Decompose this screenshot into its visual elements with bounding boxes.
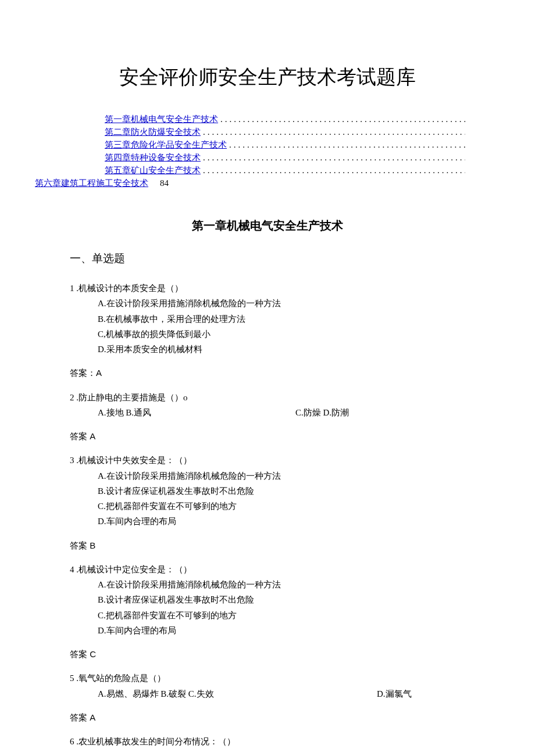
question-5: 5 .氧气站的危险点是（） A.易燃、易爆炸 B.破裂 C.失效 D.漏氯气 答… xyxy=(70,671,465,725)
section-heading: 一、单选题 xyxy=(70,251,465,266)
question-option: D.车间内合理的布局 xyxy=(70,514,465,529)
question-6: 6 .农业机械事故发生的时间分布情况：（） xyxy=(70,734,465,749)
question-stem: 2 .防止静电的主要措施是（）o xyxy=(70,390,465,405)
question-option: B.设计者应保证机器发生事故时不出危险 xyxy=(70,592,465,607)
toc-dots: ........................................… xyxy=(218,114,465,124)
toc-item-6: 第六章建筑工程施工安全技术 84 xyxy=(35,178,465,189)
question-stem: 6 .农业机械事故发生的时间分布情况：（） xyxy=(70,734,465,749)
question-option: A.在设计阶段采用措施消除机械危险的一种方法 xyxy=(70,577,465,592)
question-stem: 1 .机械设计的本质安全是（） xyxy=(70,281,465,296)
toc: 第一章机械电气安全生产技术 ..........................… xyxy=(70,114,465,189)
toc-dots: ........................................… xyxy=(201,127,465,137)
toc-link-2[interactable]: 第二章防火防爆安全技术 xyxy=(105,127,201,138)
toc-item-1: 第一章机械电气安全生产技术 ..........................… xyxy=(70,114,465,125)
question-answer: 答案：A xyxy=(70,366,465,381)
question-2: 2 .防止静电的主要措施是（）o A.接地 B.通风 C.防燥 D.防潮 答案 … xyxy=(70,390,465,445)
question-answer: 答案 B xyxy=(70,538,465,553)
question-stem: 4 .机械设计中定位安全是：（） xyxy=(70,562,465,577)
question-option: D.车间内合理的布局 xyxy=(70,623,465,638)
question-option: B.在机械事故中，采用合理的处理方法 xyxy=(70,311,465,327)
question-3: 3 .机械设计中失效安全是：（） A.在设计阶段采用措施消除机械危险的一种方法 … xyxy=(70,453,465,553)
toc-link-5[interactable]: 第五章矿山安全生产技术 xyxy=(105,165,201,176)
question-option: A.在设计阶段采用措施消除机械危险的一种方法 xyxy=(70,296,465,311)
chapter-heading: 第一章机械电气安全生产技术 xyxy=(70,218,465,234)
question-1: 1 .机械设计的本质安全是（） A.在设计阶段采用措施消除机械危险的一种方法 B… xyxy=(70,281,465,381)
toc-item-3: 第三章危险化学品安全生产技术 .........................… xyxy=(70,139,465,151)
question-option: C.把机器部件安置在不可够到的地方 xyxy=(70,608,465,623)
question-answer: 答案 A xyxy=(70,429,465,444)
page-title: 安全评价师安全生产技术考试题库 xyxy=(70,64,465,91)
toc-item-2: 第二章防火防爆安全技术 ............................… xyxy=(70,127,465,138)
toc-link-4[interactable]: 第四章特种设备安全技术 xyxy=(105,152,201,163)
question-4: 4 .机械设计中定位安全是：（） A.在设计阶段采用措施消除机械危险的一种方法 … xyxy=(70,562,465,662)
toc-item-5: 第五章矿山安全生产技术 ............................… xyxy=(70,165,465,176)
question-answer: 答案 A xyxy=(70,710,465,725)
question-option-row: A.易燃、易爆炸 B.破裂 C.失效 D.漏氯气 xyxy=(70,686,465,701)
toc-link-3[interactable]: 第三章危险化学品安全生产技术 xyxy=(105,139,227,151)
toc-dots: ........................................… xyxy=(201,166,465,175)
toc-link-6[interactable]: 第六章建筑工程施工安全技术 xyxy=(35,178,148,189)
question-option: D.采用本质安全的机械材料 xyxy=(70,342,465,357)
question-stem: 5 .氧气站的危险点是（） xyxy=(70,671,465,686)
question-option: A.在设计阶段采用措施消除机械危险的一种方法 xyxy=(70,468,465,483)
toc-page-num: 84 xyxy=(148,178,169,188)
toc-dots: ........................................… xyxy=(227,140,465,150)
toc-dots: ........................................… xyxy=(201,153,465,163)
question-option: B.设计者应保证机器发生事故时不出危险 xyxy=(70,483,465,499)
question-option-row: A.接地 B.通风 C.防燥 D.防潮 xyxy=(70,405,465,420)
question-stem: 3 .机械设计中失效安全是：（） xyxy=(70,453,465,468)
question-option: C.把机器部件安置在不可够到的地方 xyxy=(70,499,465,514)
question-answer: 答案 C xyxy=(70,647,465,662)
toc-link-1[interactable]: 第一章机械电气安全生产技术 xyxy=(105,114,218,125)
question-option: C,机械事故的损失降低到最小 xyxy=(70,327,465,342)
toc-item-4: 第四章特种设备安全技术 ............................… xyxy=(70,152,465,163)
